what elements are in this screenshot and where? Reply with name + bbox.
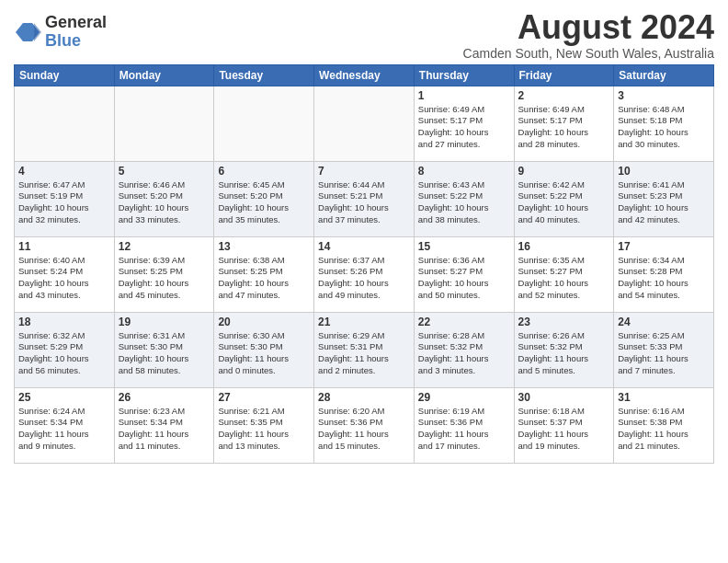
week-row-3: 11Sunrise: 6:40 AMSunset: 5:24 PMDayligh…: [15, 236, 714, 312]
date-number: 28: [318, 391, 410, 404]
cell-content: Sunset: 5:25 PM: [119, 266, 210, 278]
cell-content: Sunset: 5:17 PM: [518, 115, 610, 127]
calendar-cell: [214, 86, 314, 161]
cell-content: Sunset: 5:31 PM: [318, 341, 410, 353]
calendar-cell: 9Sunrise: 6:42 AMSunset: 5:22 PMDaylight…: [514, 161, 614, 236]
date-number: 9: [518, 165, 610, 178]
cell-content: Sunset: 5:22 PM: [418, 190, 510, 202]
cell-content: Daylight: 11 hours: [518, 353, 610, 365]
calendar-cell: 13Sunrise: 6:38 AMSunset: 5:25 PMDayligh…: [214, 236, 314, 312]
calendar-cell: 20Sunrise: 6:30 AMSunset: 5:30 PMDayligh…: [214, 312, 314, 387]
logo: General Blue: [14, 14, 107, 51]
calendar-cell: 1Sunrise: 6:49 AMSunset: 5:17 PMDaylight…: [414, 86, 514, 161]
cell-content: Sunset: 5:34 PM: [18, 417, 110, 429]
cell-content: Daylight: 11 hours: [618, 429, 710, 441]
cell-content: and 2 minutes.: [318, 365, 410, 377]
cell-content: Daylight: 10 hours: [518, 202, 610, 214]
cell-content: and 37 minutes.: [318, 214, 410, 226]
calendar-cell: 4Sunrise: 6:47 AMSunset: 5:19 PMDaylight…: [15, 161, 115, 236]
calendar-cell: 18Sunrise: 6:32 AMSunset: 5:29 PMDayligh…: [15, 312, 115, 387]
calendar-cell: 14Sunrise: 6:37 AMSunset: 5:26 PMDayligh…: [314, 236, 415, 312]
cell-content: and 15 minutes.: [318, 441, 410, 453]
calendar-cell: 31Sunrise: 6:16 AMSunset: 5:38 PMDayligh…: [614, 387, 714, 463]
cell-content: Sunrise: 6:23 AM: [119, 406, 210, 418]
calendar-cell: [314, 86, 415, 161]
date-number: 20: [218, 316, 310, 328]
cell-content: Sunrise: 6:21 AM: [218, 406, 310, 418]
cell-content: Daylight: 10 hours: [119, 278, 210, 290]
cell-content: Sunrise: 6:24 AM: [18, 406, 110, 418]
cell-content: Sunrise: 6:20 AM: [318, 406, 410, 418]
title-area: August 2024 Camden South, New South Wale…: [463, 9, 714, 61]
calendar-cell: [15, 86, 115, 161]
cell-content: Sunrise: 6:45 AM: [218, 179, 310, 191]
day-header-sunday: Sunday: [15, 64, 115, 86]
cell-content: and 42 minutes.: [618, 214, 710, 226]
cell-content: Sunrise: 6:37 AM: [318, 255, 410, 267]
calendar-cell: 7Sunrise: 6:44 AMSunset: 5:21 PMDaylight…: [314, 161, 415, 236]
cell-content: and 52 minutes.: [518, 290, 610, 302]
cell-content: Daylight: 10 hours: [618, 202, 710, 214]
cell-content: Sunset: 5:22 PM: [518, 190, 610, 202]
calendar-cell: 11Sunrise: 6:40 AMSunset: 5:24 PMDayligh…: [15, 236, 115, 312]
cell-content: Sunrise: 6:43 AM: [418, 179, 510, 191]
cell-content: Daylight: 10 hours: [119, 353, 210, 365]
date-number: 3: [618, 89, 710, 102]
cell-content: Sunset: 5:36 PM: [418, 417, 510, 429]
cell-content: Sunrise: 6:31 AM: [119, 330, 210, 342]
date-number: 16: [518, 240, 610, 253]
calendar-cell: 6Sunrise: 6:45 AMSunset: 5:20 PMDaylight…: [214, 161, 314, 236]
week-row-4: 18Sunrise: 6:32 AMSunset: 5:29 PMDayligh…: [15, 312, 714, 387]
cell-content: Daylight: 10 hours: [218, 202, 310, 214]
day-header-monday: Monday: [114, 64, 214, 86]
cell-content: and 9 minutes.: [18, 441, 110, 453]
cell-content: and 50 minutes.: [418, 290, 510, 302]
logo-icon: [14, 18, 41, 46]
cell-content: and 30 minutes.: [618, 139, 710, 151]
cell-content: Sunrise: 6:36 AM: [418, 255, 510, 267]
calendar-cell: 24Sunrise: 6:25 AMSunset: 5:33 PMDayligh…: [614, 312, 714, 387]
cell-content: Sunset: 5:19 PM: [18, 190, 110, 202]
cell-content: and 58 minutes.: [119, 365, 210, 377]
cell-content: Sunrise: 6:30 AM: [218, 330, 310, 342]
cell-content: Daylight: 10 hours: [318, 202, 410, 214]
cell-content: Daylight: 10 hours: [518, 278, 610, 290]
cell-content: Sunset: 5:35 PM: [218, 417, 310, 429]
cell-content: Sunset: 5:32 PM: [518, 341, 610, 353]
cell-content: Daylight: 10 hours: [618, 278, 710, 290]
logo-text-general: General: [45, 14, 107, 32]
calendar-cell: 27Sunrise: 6:21 AMSunset: 5:35 PMDayligh…: [214, 387, 314, 463]
calendar-header-row: SundayMondayTuesdayWednesdayThursdayFrid…: [15, 64, 714, 86]
date-number: 23: [518, 316, 610, 328]
cell-content: Sunset: 5:26 PM: [318, 266, 410, 278]
cell-content: Sunrise: 6:47 AM: [18, 179, 110, 191]
cell-content: and 28 minutes.: [518, 139, 610, 151]
cell-content: Sunset: 5:32 PM: [418, 341, 510, 353]
cell-content: Sunrise: 6:29 AM: [318, 330, 410, 342]
cell-content: Sunset: 5:27 PM: [418, 266, 510, 278]
date-number: 4: [18, 165, 110, 178]
cell-content: Sunset: 5:30 PM: [119, 341, 210, 353]
cell-content: and 43 minutes.: [18, 290, 110, 302]
cell-content: Sunset: 5:21 PM: [318, 190, 410, 202]
date-number: 2: [518, 89, 610, 102]
cell-content: Sunrise: 6:26 AM: [518, 330, 610, 342]
cell-content: Sunset: 5:23 PM: [618, 190, 710, 202]
logo-text-blue: Blue: [45, 32, 107, 51]
cell-content: Sunset: 5:25 PM: [218, 266, 310, 278]
cell-content: Daylight: 11 hours: [618, 353, 710, 365]
date-number: 13: [218, 240, 310, 253]
calendar-cell: 26Sunrise: 6:23 AMSunset: 5:34 PMDayligh…: [114, 387, 214, 463]
cell-content: Sunrise: 6:41 AM: [618, 179, 710, 191]
calendar-cell: 16Sunrise: 6:35 AMSunset: 5:27 PMDayligh…: [514, 236, 614, 312]
calendar-cell: 8Sunrise: 6:43 AMSunset: 5:22 PMDaylight…: [414, 161, 514, 236]
cell-content: Daylight: 10 hours: [418, 127, 510, 139]
calendar-cell: 25Sunrise: 6:24 AMSunset: 5:34 PMDayligh…: [15, 387, 115, 463]
date-number: 12: [119, 240, 210, 253]
cell-content: Daylight: 10 hours: [418, 202, 510, 214]
date-number: 11: [18, 240, 110, 253]
cell-content: Sunset: 5:18 PM: [618, 115, 710, 127]
cell-content: Daylight: 11 hours: [218, 353, 310, 365]
calendar-cell: 3Sunrise: 6:48 AMSunset: 5:18 PMDaylight…: [614, 86, 714, 161]
cell-content: Sunrise: 6:32 AM: [18, 330, 110, 342]
